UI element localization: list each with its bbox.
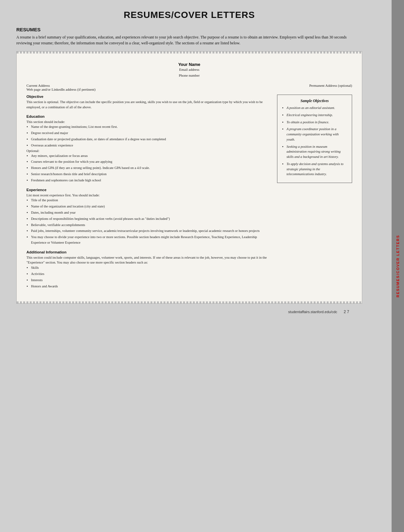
resume-body: Objective This section is optional. The …: [26, 95, 352, 294]
footer-page-number: 2 7: [344, 310, 349, 314]
list-item: Activities: [31, 271, 272, 277]
resume-header: Your Name Email address Phone number: [26, 62, 352, 78]
list-item: Seeking a position in museum administrat…: [287, 144, 347, 160]
objective-section: Objective This section is optional. The …: [26, 95, 272, 110]
resume-document: Your Name Email address Phone number Cur…: [16, 51, 362, 304]
objective-title: Objective: [26, 95, 272, 99]
page-title: RESUMES/COVER LETTERS: [16, 10, 362, 20]
additional-info-items: SkillsActivitiesInterestsHonors and Awar…: [31, 265, 272, 289]
list-item: Courses relevant to the position for whi…: [31, 159, 272, 165]
page-footer: studentaffairs.stanford.edu/cdc 2 7: [16, 307, 362, 314]
list-item: Descriptions of responsibilities beginni…: [31, 216, 272, 222]
list-item: To apply decision and systems analysis t…: [287, 161, 347, 177]
intro-paragraph: A resume is a brief summary of your qual…: [16, 34, 362, 46]
resume-left-column: Objective This section is optional. The …: [26, 95, 272, 294]
list-item: Senior research/honors thesis title and …: [31, 172, 272, 177]
resume-name: Your Name: [26, 62, 352, 67]
list-item: Electrical engineering internship.: [287, 113, 347, 118]
sidebar-tab-label: RESUMES/COVER LETTERS: [396, 235, 400, 297]
sample-objectives-list: A position as an editorial assistant.Ele…: [287, 105, 347, 177]
sample-objectives-title: Sample Objectives: [282, 99, 347, 103]
list-item: To obtain a position in finance.: [287, 120, 347, 125]
education-title: Education: [26, 114, 272, 118]
list-item: Paid jobs, internships, volunteer commun…: [31, 228, 272, 234]
list-item: Graduation date or projected graduation …: [31, 137, 272, 142]
list-item: Honors and Awards: [31, 284, 272, 289]
objective-text: This section is optional. The objective …: [26, 99, 272, 110]
experience-items: Title of the positionName of the organiz…: [31, 198, 272, 245]
list-item: Skills: [31, 265, 272, 271]
sidebar-tab: RESUMES/COVER LETTERS: [392, 0, 404, 532]
resume-email: Email address: [26, 67, 352, 73]
page-background: RESUMES/COVER LETTERS RESUMES A resume i…: [0, 0, 404, 532]
additional-info-title: Additional Information: [26, 250, 272, 254]
list-item: A position as an editorial assistant.: [287, 105, 347, 111]
list-item: Name of the organization and location (c…: [31, 204, 272, 209]
experience-intro: List most recent experience first. You s…: [26, 193, 272, 198]
education-section: Education This section should include: N…: [26, 114, 272, 183]
address-row: Current Address Web page and/or LinkedIn…: [26, 84, 352, 91]
list-item: Honors and GPA (if they are a strong sel…: [31, 165, 272, 171]
list-item: Freshmen and sophomores can include high…: [31, 178, 272, 183]
web-address: Web page and/or LinkedIn address (if per…: [26, 87, 96, 91]
list-item: Dates, including month and year: [31, 210, 272, 216]
list-item: You may choose to divide your experience…: [31, 235, 272, 246]
list-item: Name of the degree-granting institutions…: [31, 124, 272, 130]
list-item: Title of the position: [31, 198, 272, 203]
current-address-label: Current Address: [26, 84, 96, 87]
list-item: A program coordinator position in a comm…: [287, 127, 347, 142]
current-address-block: Current Address Web page and/or LinkedIn…: [26, 84, 96, 91]
main-content: RESUMES/COVER LETTERS RESUMES A resume i…: [0, 0, 379, 532]
footer-url: studentaffairs.stanford.edu/cdc: [288, 310, 337, 314]
list-item: Overseas academic experience: [31, 143, 272, 148]
list-item: Degree received and major: [31, 130, 272, 136]
sample-objectives-box: Sample Objectives A position as an edito…: [277, 95, 352, 183]
list-item: Believable, verifiable accomplishments: [31, 222, 272, 228]
additional-info-section: Additional Information This section coul…: [26, 250, 272, 289]
additional-info-text: This section could include computer skil…: [26, 255, 272, 266]
education-intro: This section should include:: [26, 119, 272, 125]
optional-label: Optional:: [26, 149, 272, 153]
education-items: Name of the degree-granting institutions…: [31, 124, 272, 148]
resume-phone: Phone number: [26, 73, 352, 79]
resume-inner: Your Name Email address Phone number Cur…: [26, 62, 352, 294]
experience-title: Experience: [26, 188, 272, 192]
resumes-section-heading: RESUMES: [16, 27, 362, 32]
permanent-address-label: Permanent Address (optional): [309, 84, 352, 91]
list-item: Interests: [31, 278, 272, 283]
education-optional-items: Any minors, specialization or focus area…: [31, 153, 272, 183]
experience-section: Experience List most recent experience f…: [26, 188, 272, 246]
list-item: Any minors, specialization or focus area…: [31, 153, 272, 159]
